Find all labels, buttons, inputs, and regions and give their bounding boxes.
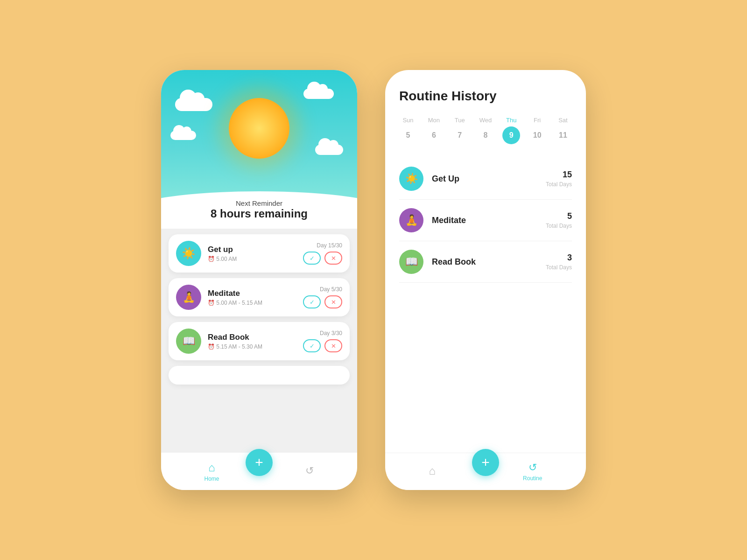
read-book-day: Day 3/30 (320, 330, 342, 336)
cal-wed-num: 8 (477, 126, 494, 144)
cloud-1 (175, 98, 212, 111)
get-up-name: Get up (208, 245, 296, 254)
next-reminder-label: Next Reminder (211, 199, 308, 207)
read-book-x-button[interactable]: ✕ (324, 339, 342, 352)
history-get-up-name: Get Up (432, 174, 537, 184)
nav-home[interactable]: ⌂ Home (204, 461, 219, 482)
cal-fri-num: 10 (529, 126, 546, 144)
cal-tue[interactable]: Tue 7 (451, 117, 469, 144)
history-read-book-total: 3 (546, 253, 572, 263)
history-read-book-name: Read Book (432, 257, 537, 267)
get-up-time: ⏰ 5.00 AM (208, 256, 296, 262)
get-up-x-button[interactable]: ✕ (324, 252, 342, 265)
meditate-time: ⏰ 5.00 AM - 5.15 AM (208, 300, 296, 306)
left-bottom-nav: ⌂ Home + ↺ (161, 453, 357, 490)
read-book-check-button[interactable]: ✓ (303, 339, 321, 352)
meditate-icon: 🧘 (176, 285, 201, 310)
cal-sat-name: Sat (558, 117, 568, 124)
left-fab-icon: + (255, 455, 263, 470)
get-up-info: Get up ⏰ 5.00 AM (208, 245, 296, 262)
history-meditate-info: Meditate (432, 216, 537, 225)
reminder-block: Next Reminder 8 hours remaining (211, 199, 308, 220)
home-icon-right: ⌂ (429, 464, 436, 477)
cal-thu[interactable]: Thu 9 (502, 117, 520, 144)
cal-wed[interactable]: Wed 8 (477, 117, 494, 144)
cal-thu-name: Thu (506, 117, 516, 124)
nav-history-left[interactable]: ↺ (305, 465, 314, 478)
cal-sat[interactable]: Sat 11 (554, 117, 572, 144)
right-bottom-nav: ⌂ + ↺ Routine (385, 453, 586, 490)
history-get-up-right: 15 Total Days (546, 170, 572, 188)
meditate-x-button[interactable]: ✕ (324, 295, 342, 308)
sky-header: Next Reminder 8 hours remaining (161, 70, 357, 229)
right-fab-button[interactable]: + (472, 449, 499, 476)
history-get-up-total: 15 (546, 170, 572, 180)
cal-sun-name: Sun (402, 117, 413, 124)
get-up-check-button[interactable]: ✓ (303, 252, 321, 265)
meditate-day: Day 5/30 (320, 286, 342, 293)
habit-card-partial (169, 366, 350, 385)
get-up-day: Day 15/30 (317, 242, 342, 249)
right-fab-icon: + (481, 455, 490, 470)
sun-icon (229, 98, 289, 159)
read-book-right: Day 3/30 ✓ ✕ (303, 330, 342, 352)
cal-wed-name: Wed (479, 117, 492, 124)
meditate-name: Meditate (208, 289, 296, 298)
cal-mon[interactable]: Mon 6 (425, 117, 443, 144)
hours-remaining: 8 hours remaining (211, 207, 308, 220)
cal-thu-num: 9 (502, 126, 520, 144)
habit-card-read-book: 📖 Read Book ⏰ 5.15 AM - 5.30 AM Day 3/30… (169, 322, 350, 360)
history-read-book-icon: 📖 (399, 250, 423, 274)
meditate-check-button[interactable]: ✓ (303, 295, 321, 308)
history-meditate-icon: 🧘 (399, 208, 423, 232)
cal-mon-name: Mon (428, 117, 440, 124)
home-label: Home (204, 476, 219, 482)
history-read-book-right: 3 Total Days (546, 253, 572, 271)
cal-sun-num: 5 (399, 126, 417, 144)
left-fab-button[interactable]: + (246, 449, 273, 476)
history-meditate-label: Total Days (546, 223, 572, 229)
history-meditate-right: 5 Total Days (546, 211, 572, 230)
read-book-actions: ✓ ✕ (303, 339, 342, 352)
meditate-right: Day 5/30 ✓ ✕ (303, 286, 342, 308)
cal-fri-name: Fri (534, 117, 541, 124)
get-up-right: Day 15/30 ✓ ✕ (303, 242, 342, 265)
home-icon: ⌂ (208, 461, 215, 474)
meditate-info: Meditate ⏰ 5.00 AM - 5.15 AM (208, 289, 296, 306)
left-phone: Next Reminder 8 hours remaining ☀️ Get u… (161, 70, 357, 490)
cal-sat-num: 11 (554, 126, 572, 144)
routine-icon: ↺ (529, 462, 537, 474)
history-read-book-info: Read Book (432, 257, 537, 267)
cal-tue-num: 7 (451, 126, 469, 144)
cal-mon-num: 6 (425, 126, 443, 144)
history-meditate: 🧘 Meditate 5 Total Days (399, 200, 572, 241)
read-book-time: ⏰ 5.15 AM - 5.30 AM (208, 343, 296, 350)
nav-routine[interactable]: ↺ Routine (523, 462, 542, 482)
cloud-3 (170, 131, 196, 140)
habits-list: ☀️ Get up ⏰ 5.00 AM Day 15/30 ✓ ✕ 🧘 Medi… (161, 229, 357, 453)
cloud-4 (315, 145, 343, 155)
habit-card-meditate: 🧘 Meditate ⏰ 5.00 AM - 5.15 AM Day 5/30 … (169, 278, 350, 316)
get-up-actions: ✓ ✕ (303, 252, 342, 265)
nav-home-right[interactable]: ⌂ (429, 464, 436, 479)
read-book-name: Read Book (208, 333, 296, 342)
history-get-up-label: Total Days (546, 181, 572, 188)
read-book-info: Read Book ⏰ 5.15 AM - 5.30 AM (208, 333, 296, 350)
cal-fri[interactable]: Fri 10 (529, 117, 546, 144)
history-get-up: ☀️ Get Up 15 Total Days (399, 158, 572, 200)
cloud-2 (303, 89, 334, 99)
meditate-actions: ✓ ✕ (303, 295, 342, 308)
habit-card-get-up: ☀️ Get up ⏰ 5.00 AM Day 15/30 ✓ ✕ (169, 234, 350, 273)
cal-sun[interactable]: Sun 5 (399, 117, 417, 144)
history-read-book-label: Total Days (546, 264, 572, 271)
right-phone: Routine History Sun 5 Mon 6 Tue 7 Wed 8 … (385, 70, 586, 490)
read-book-icon: 📖 (176, 329, 201, 354)
routine-label: Routine (523, 475, 542, 482)
history-icon-left: ↺ (305, 465, 314, 477)
history-get-up-info: Get Up (432, 174, 537, 184)
calendar-strip: Sun 5 Mon 6 Tue 7 Wed 8 Thu 9 Fri 10 (399, 117, 572, 144)
get-up-icon: ☀️ (176, 241, 201, 266)
history-meditate-name: Meditate (432, 216, 537, 225)
routine-title: Routine History (399, 89, 572, 104)
cal-tue-name: Tue (455, 117, 465, 124)
